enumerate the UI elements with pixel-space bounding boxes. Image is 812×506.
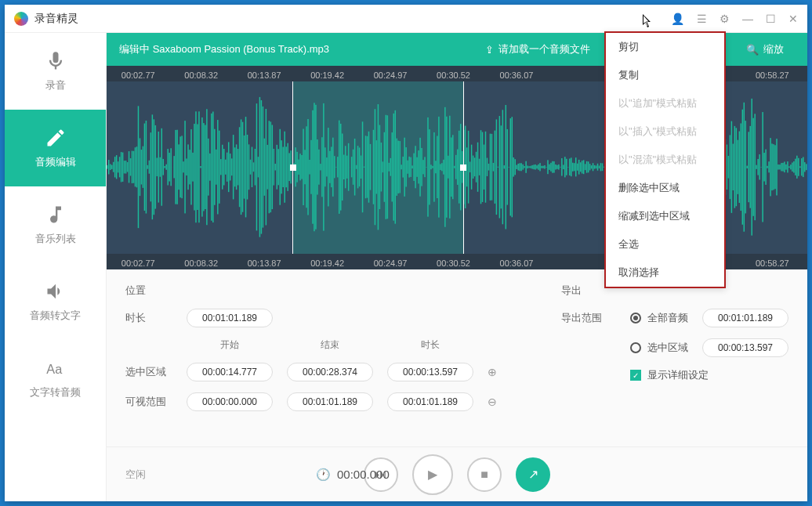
svg-rect-10 [121, 152, 121, 182]
menu-trim-to-selection[interactable]: 缩减到选中区域 [606, 202, 724, 230]
svg-rect-86 [239, 127, 240, 207]
svg-rect-263 [514, 159, 515, 175]
selection-handle-right[interactable] [460, 164, 466, 171]
speaker-icon [45, 280, 67, 302]
sidebar-item-label: 音乐列表 [35, 232, 76, 246]
maximize-icon[interactable]: ☐ [766, 13, 776, 25]
svg-rect-282 [544, 165, 545, 169]
svg-rect-73 [219, 131, 219, 204]
svg-rect-417 [754, 114, 755, 220]
sidebar-item-label: 录音 [45, 78, 66, 92]
svg-rect-400 [728, 156, 729, 179]
show-detail-checkbox[interactable]: ✓ 显示详细设定 [630, 368, 709, 382]
zoom-in-icon[interactable]: ⊕ [488, 366, 497, 378]
menu-copy[interactable]: 复制 [606, 61, 724, 89]
list-icon[interactable]: ☰ [697, 13, 707, 25]
svg-rect-425 [767, 166, 767, 168]
svg-rect-232 [466, 147, 467, 186]
menu-deselect[interactable]: 取消选择 [606, 258, 724, 287]
svg-rect-414 [749, 126, 750, 208]
svg-rect-26 [146, 121, 147, 214]
titlebar: 录音精灵 👤 ☰ ⚙ — ☐ ✕ [5, 5, 807, 33]
svg-rect-277 [536, 165, 537, 168]
radio-selected-area[interactable]: 选中区域 [630, 341, 688, 355]
svg-rect-415 [751, 99, 752, 236]
mic-icon [45, 50, 67, 72]
export-button[interactable]: ↗ [516, 457, 550, 492]
radio-all-audio[interactable]: 全部音频 [630, 311, 688, 325]
minimize-icon[interactable]: — [742, 13, 753, 25]
menu-cut[interactable]: 剪切 [606, 33, 724, 61]
svg-rect-418 [756, 165, 756, 169]
sidebar-item-audio-to-text[interactable]: 音频转文字 [5, 263, 106, 340]
svg-rect-435 [782, 163, 783, 172]
svg-rect-32 [155, 125, 156, 209]
svg-rect-319 [602, 163, 603, 171]
svg-rect-59 [197, 125, 198, 211]
svg-rect-310 [588, 161, 589, 172]
checkbox-icon: ✓ [630, 370, 641, 381]
svg-rect-404 [734, 126, 735, 208]
svg-rect-23 [141, 150, 142, 184]
sidebar-item-record[interactable]: 录音 [5, 33, 106, 110]
svg-rect-46 [176, 130, 177, 204]
svg-rect-407 [739, 132, 740, 203]
svg-rect-88 [242, 122, 243, 212]
svg-rect-246 [488, 164, 489, 171]
info-panel: 位置 时长 00:01:01.189 开始 结束 时长 选中区域 00:00:1… [107, 269, 807, 446]
menu-select-all[interactable]: 全选 [606, 230, 724, 258]
svg-rect-61 [200, 166, 201, 168]
svg-rect-317 [599, 165, 600, 168]
svg-rect-75 [222, 145, 223, 190]
svg-rect-316 [597, 164, 598, 171]
svg-rect-441 [792, 163, 792, 172]
zoom-out-icon[interactable]: ⊖ [488, 396, 497, 408]
svg-rect-17 [132, 151, 132, 183]
sel-end-value[interactable]: 00:00:28.374 [287, 363, 373, 381]
status-idle: 空闲 [125, 468, 146, 482]
sidebar-item-audio-edit[interactable]: 音频编辑 [5, 110, 106, 186]
user-icon[interactable]: 👤 [671, 13, 684, 25]
svg-rect-279 [539, 163, 540, 171]
svg-rect-50 [183, 161, 183, 172]
sidebar-item-label: 音频编辑 [35, 155, 76, 169]
svg-rect-24 [143, 146, 143, 188]
svg-rect-240 [479, 159, 480, 175]
svg-rect-261 [512, 117, 513, 217]
svg-rect-450 [806, 164, 807, 170]
svg-rect-51 [184, 121, 185, 213]
sidebar-item-text-to-audio[interactable]: Aa 文字转音频 [5, 340, 106, 417]
svg-rect-82 [233, 135, 234, 199]
svg-rect-281 [542, 166, 543, 168]
selection-region[interactable] [292, 81, 464, 254]
menu-paste-insert[interactable]: 以"插入"模式粘贴 [606, 117, 724, 146]
load-file-button[interactable]: ⇪ 请加载一个音频文件 [474, 39, 601, 60]
svg-rect-93 [250, 160, 251, 175]
play-button[interactable]: ▶ [412, 454, 453, 495]
menu-delete-selection[interactable]: 删除选中区域 [606, 174, 724, 202]
svg-rect-255 [502, 110, 503, 224]
sidebar-item-music-list[interactable]: 音乐列表 [5, 186, 106, 263]
menu-paste-mix[interactable]: 以"混流"模式粘贴 [606, 146, 724, 174]
svg-rect-63 [203, 123, 204, 211]
edit-dropdown: 剪切 复制 以"追加"模式粘贴 以"插入"模式粘贴 以"混流"模式粘贴 删除选中… [604, 33, 726, 288]
gear-icon[interactable]: ⚙ [720, 13, 730, 25]
svg-rect-52 [186, 158, 187, 175]
svg-rect-437 [785, 164, 786, 170]
zoom-menu-button[interactable]: 🔍 缩放 [735, 39, 795, 60]
svg-rect-295 [564, 157, 565, 177]
svg-rect-300 [572, 163, 573, 172]
svg-rect-446 [799, 166, 800, 168]
svg-rect-416 [752, 118, 753, 216]
svg-rect-260 [510, 118, 511, 215]
svg-rect-9 [119, 157, 120, 177]
stop-button[interactable]: ■ [467, 457, 502, 492]
export-range-label: 导出范围 [561, 311, 616, 325]
sel-start-value[interactable]: 00:00:14.777 [187, 363, 273, 381]
close-icon[interactable]: ✕ [788, 13, 798, 25]
menu-paste-append[interactable]: 以"追加"模式粘贴 [606, 89, 724, 117]
svg-rect-21 [138, 106, 139, 228]
svg-rect-58 [195, 111, 196, 222]
svg-rect-64 [205, 125, 205, 209]
selection-handle-left[interactable] [290, 164, 296, 171]
